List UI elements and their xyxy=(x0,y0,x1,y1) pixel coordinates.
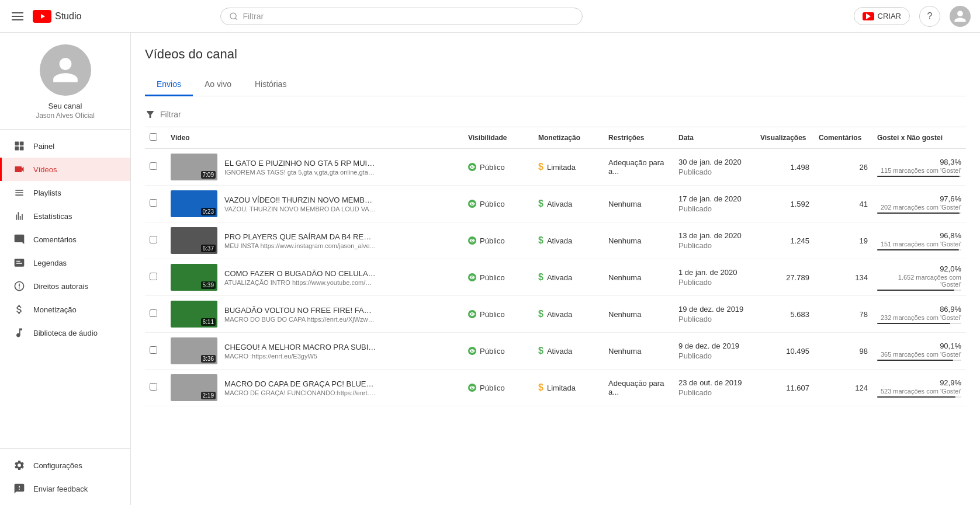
likes-percentage: 86,9% xyxy=(877,305,961,314)
search-input[interactable] xyxy=(243,12,574,21)
date-main: 17 de jan. de 2020 xyxy=(678,194,751,203)
sidebar-item-direitos[interactable]: Direitos autorais xyxy=(0,274,130,298)
video-thumbnail[interactable]: 7:09 xyxy=(171,154,217,180)
video-title[interactable]: COMO FAZER O BUGADÃO NO CELULAR SEM ... xyxy=(224,269,376,278)
row-checkbox[interactable] xyxy=(150,162,157,170)
row-checkbox[interactable] xyxy=(150,309,157,317)
likes-bar-fill xyxy=(877,323,950,324)
content: Vídeos do canal Envios Ao vivo Histórias… xyxy=(131,33,980,505)
video-thumbnail[interactable]: 2:19 xyxy=(171,374,217,401)
video-title[interactable]: MACRO DO CAPA DE GRAÇA PC! BLUESTACK... xyxy=(224,379,376,388)
sidebar-direitos-label: Direitos autorais xyxy=(33,282,88,291)
likes-cell: 90,1% 365 marcações com 'Gostei' xyxy=(872,333,966,370)
feedback-icon xyxy=(13,483,25,494)
video-description: MACRO DE GRAÇA! FUNCIONANDO:https://enrt… xyxy=(224,389,376,396)
likes-cell: 96,8% 151 marcações com 'Gostei' xyxy=(872,222,966,259)
table-row: 2:19 MACRO DO CAPA DE GRAÇA PC! BLUESTAC… xyxy=(145,370,966,406)
monetization-cell: $ Ativada xyxy=(538,309,599,319)
likes-bar xyxy=(877,323,961,324)
sidebar-item-configuracoes[interactable]: Configurações xyxy=(0,454,130,477)
video-duration: 0:23 xyxy=(201,208,216,215)
filter-input[interactable] xyxy=(160,110,966,119)
table-row: 5:39 COMO FAZER O BUGADÃO NO CELULAR SEM… xyxy=(145,259,966,296)
video-thumbnail[interactable]: 6:11 xyxy=(171,301,217,328)
sidebar-monetizacao-label: Monetização xyxy=(33,305,77,314)
video-title[interactable]: EL GATO E PIUZINHO NO GTA 5 RP MUITA RE.… xyxy=(224,159,376,168)
visibility-dot xyxy=(468,236,476,245)
video-cell: 7:09 EL GATO E PIUZINHO NO GTA 5 RP MUIT… xyxy=(171,154,459,180)
money-icon: $ xyxy=(538,198,543,209)
help-button[interactable]: ? xyxy=(919,6,940,27)
monetization-cell: $ Limitada xyxy=(538,382,599,393)
restrictions-cell: Adequação para a... xyxy=(604,149,674,186)
youtube-logo-icon xyxy=(33,10,51,23)
sidebar-item-legendas[interactable]: Legendas xyxy=(0,251,130,274)
search-icon xyxy=(229,12,238,21)
visibility-dot xyxy=(468,163,476,171)
video-thumbnail[interactable]: 0:23 xyxy=(171,190,217,217)
col-video: Vídeo xyxy=(166,127,463,149)
svg-rect-7 xyxy=(20,147,24,151)
visibility-label: Público xyxy=(480,200,505,208)
video-description: VAZOU, THURZIN NOVO MEMBRO DA LOUD VAZOU… xyxy=(224,206,376,213)
create-button[interactable]: CRIAR xyxy=(854,7,910,25)
likes-cell: 92,9% 523 marcações com 'Gostei' xyxy=(872,370,966,406)
sidebar-item-videos[interactable]: Vídeos xyxy=(0,158,130,181)
sidebar-item-estatisticas[interactable]: Estatísticas xyxy=(0,204,130,228)
likes-bar xyxy=(877,249,961,250)
likes-percentage: 92,9% xyxy=(877,378,961,387)
row-checkbox[interactable] xyxy=(150,199,157,207)
sidebar-item-comentarios[interactable]: Comentários xyxy=(0,228,130,251)
money-icon: $ xyxy=(538,346,543,356)
video-info: BUGADÃO VOLTOU NO FREE FIRE! FAÇA COM ..… xyxy=(224,306,376,323)
video-info: EL GATO E PIUZINHO NO GTA 5 RP MUITA RE.… xyxy=(224,159,376,176)
likes-cell: 98,3% 115 marcações com 'Gostei' xyxy=(872,149,966,186)
page-title: Vídeos do canal xyxy=(145,47,966,62)
sidebar-item-painel[interactable]: Painel xyxy=(0,134,130,158)
visibility-dot xyxy=(468,273,476,281)
visibility-cell: Público xyxy=(468,384,529,392)
col-data[interactable]: Data xyxy=(674,127,756,149)
logo[interactable]: Studio xyxy=(33,10,81,23)
sidebar-bottom: Configurações Enviar feedback xyxy=(0,448,130,505)
tab-ao-vivo[interactable]: Ao vivo xyxy=(193,74,243,96)
video-thumbnail[interactable]: 6:37 xyxy=(171,227,217,254)
row-checkbox[interactable] xyxy=(150,236,157,243)
create-label: CRIAR xyxy=(878,12,901,20)
views-cell: 1.245 xyxy=(756,222,814,259)
sidebar-legendas-label: Legendas xyxy=(33,259,67,267)
sidebar-item-playlists[interactable]: Playlists xyxy=(0,181,130,204)
comment-icon xyxy=(13,234,25,245)
monetization-label: Ativada xyxy=(547,236,572,245)
menu-icon[interactable] xyxy=(9,10,26,23)
video-thumbnail[interactable]: 5:39 xyxy=(171,264,217,291)
date-cell: 23 de out. de 2019 Publicado xyxy=(674,370,756,406)
tab-historias[interactable]: Histórias xyxy=(243,74,298,96)
monetization-cell: $ Limitada xyxy=(538,162,599,172)
views-cell: 1.592 xyxy=(756,186,814,222)
music-icon xyxy=(13,327,25,339)
video-duration: 2:19 xyxy=(201,392,216,399)
likes-bar-fill xyxy=(877,249,959,250)
select-all-checkbox[interactable] xyxy=(150,133,157,141)
row-checkbox[interactable] xyxy=(150,346,157,354)
sidebar-item-biblioteca[interactable]: Biblioteca de áudio xyxy=(0,321,130,344)
sidebar-item-feedback[interactable]: Enviar feedback xyxy=(0,477,130,500)
video-title[interactable]: CHEGOU! A MELHOR MACRO PRA SUBIR CAP... xyxy=(224,343,376,351)
visibility-label: Público xyxy=(480,347,505,356)
likes-cell: 92,0% 1.652 marcações com 'Gostei' xyxy=(872,259,966,296)
row-checkbox[interactable] xyxy=(150,273,157,280)
video-title[interactable]: PRO PLAYERS QUE SAÍRAM DA B4 RECENTEM... xyxy=(224,232,376,241)
video-title[interactable]: BUGADÃO VOLTOU NO FREE FIRE! FAÇA COM ..… xyxy=(224,306,376,315)
row-checkbox[interactable] xyxy=(150,383,157,391)
gear-icon xyxy=(13,459,25,471)
tab-envios[interactable]: Envios xyxy=(145,74,193,96)
video-title[interactable]: VAZOU VÍDEO!! THURZIN NOVO MEMBRO DA ... xyxy=(224,196,376,204)
visibility-label: Público xyxy=(480,310,505,319)
video-icon xyxy=(13,163,25,175)
svg-point-2 xyxy=(230,13,236,19)
avatar[interactable] xyxy=(950,6,971,27)
date-main: 9 de dez. de 2019 xyxy=(678,342,751,350)
video-thumbnail[interactable]: 3:36 xyxy=(171,337,217,364)
sidebar-item-monetizacao[interactable]: Monetização xyxy=(0,298,130,321)
